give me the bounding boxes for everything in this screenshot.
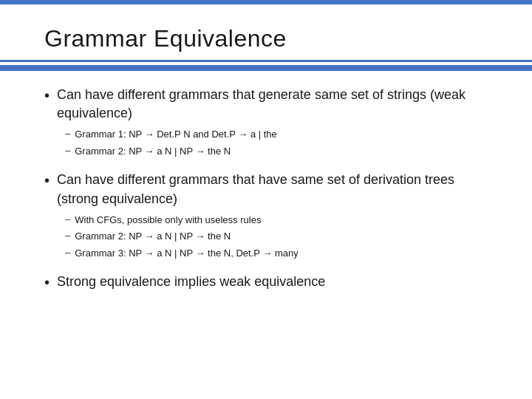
main-bullet-text-1: Can have different grammars that generat… bbox=[57, 86, 488, 123]
bullet-section-2: • Can have different grammars that have … bbox=[44, 171, 488, 262]
sub-bullet-1-2: – Grammar 2: NP → a N | NP → the N bbox=[65, 144, 488, 159]
sub-dash-2-3: – bbox=[65, 247, 70, 258]
sub-bullets-2: – With CFGs, possible only with useless … bbox=[65, 213, 488, 261]
main-bullet-1: • Can have different grammars that gener… bbox=[44, 86, 488, 123]
sub-dash-2-2: – bbox=[65, 230, 70, 241]
blue-accent-bar bbox=[0, 65, 532, 71]
bullet-dot-3: • bbox=[44, 274, 50, 291]
slide-content: • Can have different grammars that gener… bbox=[0, 71, 532, 399]
title-area: Grammar Equivalence bbox=[0, 4, 532, 62]
sub-bullet-text-2-3: Grammar 3: NP → a N | NP → the N, Det.P … bbox=[75, 246, 298, 261]
slide: Grammar Equivalence • Can have different… bbox=[0, 0, 532, 399]
bullet-section-3: • Strong equivalence implies weak equiva… bbox=[44, 273, 488, 296]
sub-bullet-text-2-1: With CFGs, possible only with useless ru… bbox=[75, 213, 261, 228]
main-bullet-text-3: Strong equivalence implies weak equivale… bbox=[57, 273, 325, 291]
main-bullet-2: • Can have different grammars that have … bbox=[44, 171, 488, 208]
bullet-dot-1: • bbox=[44, 87, 50, 104]
sub-bullet-text-1-2: Grammar 2: NP → a N | NP → the N bbox=[75, 144, 231, 159]
sub-dash-1-2: – bbox=[65, 145, 70, 156]
sub-bullet-2-1: – With CFGs, possible only with useless … bbox=[65, 213, 488, 228]
sub-bullet-text-1-1: Grammar 1: NP → Det.P N and Det.P → a | … bbox=[75, 127, 277, 142]
sub-dash-1-1: – bbox=[65, 128, 70, 139]
main-bullet-3: • Strong equivalence implies weak equiva… bbox=[44, 273, 488, 291]
main-bullet-text-2: Can have different grammars that have sa… bbox=[57, 171, 488, 208]
bullet-section-1: • Can have different grammars that gener… bbox=[44, 86, 488, 160]
sub-bullet-text-2-2: Grammar 2: NP → a N | NP → the N bbox=[75, 229, 231, 244]
sub-bullet-1-1: – Grammar 1: NP → Det.P N and Det.P → a … bbox=[65, 127, 488, 142]
sub-bullets-1: – Grammar 1: NP → Det.P N and Det.P → a … bbox=[65, 127, 488, 158]
sub-bullet-2-2: – Grammar 2: NP → a N | NP → the N bbox=[65, 229, 488, 244]
bullet-dot-2: • bbox=[44, 172, 50, 189]
slide-title: Grammar Equivalence bbox=[44, 25, 488, 52]
sub-bullet-2-3: – Grammar 3: NP → a N | NP → the N, Det.… bbox=[65, 246, 488, 261]
sub-dash-2-1: – bbox=[65, 214, 70, 225]
